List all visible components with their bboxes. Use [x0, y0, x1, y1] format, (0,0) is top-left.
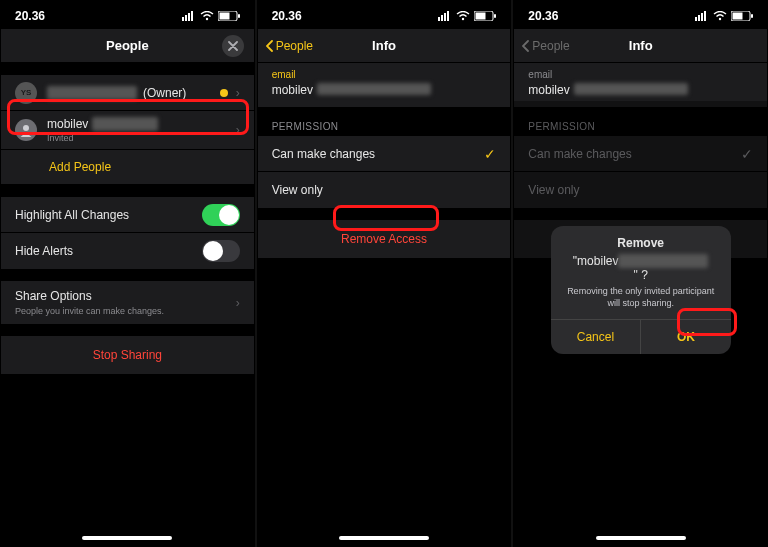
- avatar-generic: [15, 119, 37, 141]
- perm-change-label: Can make changes: [272, 147, 485, 161]
- alert-buttons: Cancel OK: [551, 319, 731, 354]
- perm-view-only-row[interactable]: View only: [258, 172, 511, 208]
- alert-ok-button[interactable]: OK: [641, 320, 731, 354]
- alert-name-prefix: "mobilev: [573, 254, 619, 268]
- share-options-sub: People you invite can make changes.: [15, 306, 236, 316]
- perm-view-label: View only: [272, 183, 497, 197]
- chevron-right-icon: ›: [236, 86, 240, 100]
- signal-icon: [438, 11, 452, 21]
- svg-rect-1: [185, 15, 187, 21]
- permission-group: Can make changes ✓ View only: [258, 136, 511, 208]
- status-time: 20.36: [528, 9, 558, 23]
- signal-icon: [695, 11, 709, 21]
- svg-rect-17: [695, 17, 697, 21]
- phone-info: 20.36 People Info email mobilev xxxxxxxx…: [257, 0, 512, 547]
- svg-rect-11: [444, 13, 446, 21]
- statusbar: 20.36: [1, 1, 254, 29]
- statusbar: 20.36: [514, 1, 767, 29]
- status-icons: [695, 11, 753, 21]
- close-button[interactable]: [222, 35, 244, 57]
- svg-point-8: [23, 125, 29, 131]
- battery-icon: [218, 11, 240, 21]
- invited-row[interactable]: mobilev xxxxxxxxxxx Invited ›: [1, 111, 254, 150]
- email-value: mobilev: [528, 83, 569, 97]
- hide-alerts-row[interactable]: Hide Alerts: [1, 233, 254, 269]
- home-indicator[interactable]: [596, 536, 686, 540]
- phone-people-list: 20.36 People YS xxxxxxxxxxxxxxx (Owner) …: [0, 0, 255, 547]
- highlight-toggle[interactable]: [202, 204, 240, 226]
- add-people-button[interactable]: Add People: [1, 150, 254, 185]
- alert-name-row: "mobilevxxxxxxxxxxxxxxx " ?: [551, 254, 731, 282]
- wifi-icon: [200, 11, 214, 21]
- invited-name-redacted: xxxxxxxxxxx: [92, 117, 158, 131]
- chevron-right-icon: ›: [236, 296, 240, 310]
- alert-cancel-button[interactable]: Cancel: [551, 320, 642, 354]
- permission-header: PERMISSION: [258, 107, 511, 136]
- highlight-label: Highlight All Changes: [15, 208, 202, 222]
- navbar: People Info: [258, 29, 511, 63]
- nav-title: People: [1, 38, 254, 53]
- svg-rect-24: [751, 14, 753, 18]
- chevron-right-icon: ›: [236, 123, 240, 137]
- email-label: email: [528, 69, 753, 80]
- check-icon: ✓: [484, 146, 496, 162]
- alert-title: Remove: [551, 226, 731, 254]
- svg-rect-16: [494, 14, 496, 18]
- svg-point-13: [462, 18, 464, 20]
- status-time: 20.36: [15, 9, 45, 23]
- svg-rect-6: [219, 13, 229, 20]
- invited-name: mobilev: [47, 117, 88, 131]
- status-time: 20.36: [272, 9, 302, 23]
- status-icons: [438, 11, 496, 21]
- perm-can-change-row[interactable]: Can make changes ✓: [258, 136, 511, 172]
- close-icon: [228, 41, 238, 51]
- alert-name-suffix: " ?: [634, 268, 648, 282]
- share-options-title: Share Options: [15, 289, 236, 303]
- svg-rect-2: [188, 13, 190, 21]
- owner-row[interactable]: YS xxxxxxxxxxxxxxx (Owner) ›: [1, 75, 254, 111]
- email-redacted: xxxxxxxxxxxxxxxxxxx: [574, 83, 688, 95]
- stop-sharing-button[interactable]: Stop Sharing: [1, 336, 254, 374]
- svg-rect-3: [191, 11, 193, 21]
- person-icon: [19, 123, 33, 137]
- home-indicator[interactable]: [339, 536, 429, 540]
- signal-icon: [182, 11, 196, 21]
- remove-access-button[interactable]: Remove Access: [258, 220, 511, 258]
- alert-message: Removing the only invited participant wi…: [551, 282, 731, 319]
- invited-status: Invited: [47, 133, 236, 143]
- svg-rect-19: [701, 13, 703, 21]
- avatar: YS: [15, 82, 37, 104]
- settings-group: Highlight All Changes Hide Alerts: [1, 197, 254, 269]
- status-icons: [182, 11, 240, 21]
- email-label: email: [272, 69, 497, 80]
- email-value: mobilev: [272, 83, 313, 97]
- owner-name-redacted: xxxxxxxxxxxxxxx: [47, 86, 137, 100]
- remove-alert: Remove "mobilevxxxxxxxxxxxxxxx " ? Remov…: [551, 226, 731, 354]
- nav-title: Info: [258, 38, 511, 53]
- svg-rect-9: [438, 17, 440, 21]
- wifi-icon: [713, 11, 727, 21]
- svg-rect-15: [476, 13, 486, 20]
- svg-rect-12: [447, 11, 449, 21]
- svg-rect-7: [238, 14, 240, 18]
- navbar: People: [1, 29, 254, 63]
- svg-point-4: [205, 18, 207, 20]
- navbar: People Info: [514, 29, 767, 63]
- hide-alerts-toggle[interactable]: [202, 240, 240, 262]
- email-redacted: xxxxxxxxxxxxxxxxxxx: [317, 83, 431, 95]
- battery-icon: [731, 11, 753, 21]
- svg-rect-0: [182, 17, 184, 21]
- svg-rect-10: [441, 15, 443, 21]
- home-indicator[interactable]: [82, 536, 172, 540]
- alert-name-redacted: xxxxxxxxxxxxxxx: [618, 254, 708, 268]
- wifi-icon: [456, 11, 470, 21]
- svg-rect-23: [733, 13, 743, 20]
- nav-title: Info: [514, 38, 767, 53]
- highlight-row[interactable]: Highlight All Changes: [1, 197, 254, 233]
- statusbar: 20.36: [258, 1, 511, 29]
- battery-icon: [474, 11, 496, 21]
- share-options-row[interactable]: Share Options People you invite can make…: [1, 281, 254, 324]
- email-cell[interactable]: email mobilev xxxxxxxxxxxxxxxxxxx: [258, 63, 511, 107]
- svg-rect-20: [704, 11, 706, 21]
- svg-point-21: [719, 18, 721, 20]
